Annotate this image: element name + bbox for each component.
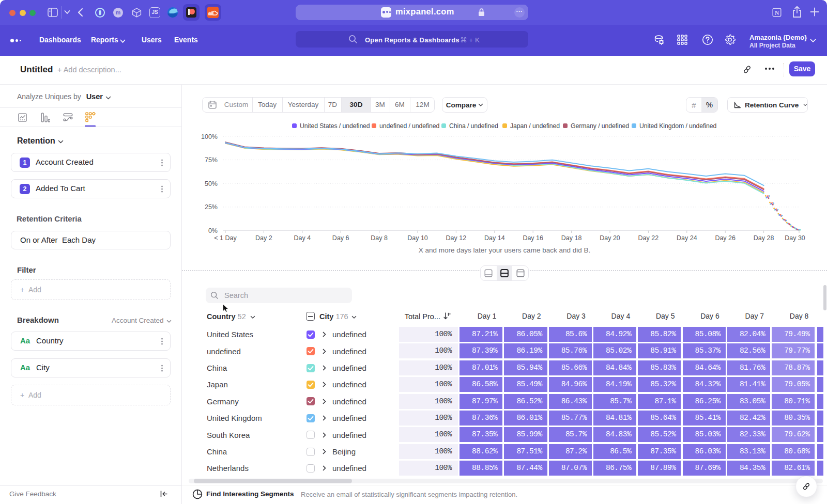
- svg-text:Day 2: Day 2: [255, 234, 272, 242]
- svg-text:Day 12: Day 12: [446, 234, 467, 242]
- svg-text:50%: 50%: [205, 180, 218, 187]
- svg-text:Day 8: Day 8: [371, 234, 388, 242]
- svg-text:Day 6: Day 6: [332, 234, 349, 242]
- svg-text:75%: 75%: [205, 156, 218, 164]
- svg-text:Day 4: Day 4: [294, 234, 311, 242]
- svg-text:Day 26: Day 26: [715, 234, 736, 242]
- svg-text:100%: 100%: [201, 133, 218, 140]
- svg-text:Day 10: Day 10: [407, 234, 428, 242]
- svg-text:Day 30: Day 30: [785, 234, 805, 242]
- svg-text:Day 16: Day 16: [523, 234, 543, 242]
- svg-text:Day 22: Day 22: [638, 234, 659, 242]
- svg-text:Day 20: Day 20: [600, 234, 620, 242]
- svg-text:Day 24: Day 24: [677, 234, 697, 242]
- svg-text:Day 18: Day 18: [561, 234, 582, 242]
- svg-text:N: N: [775, 9, 779, 17]
- svg-text:< 1 Day: < 1 Day: [214, 234, 237, 242]
- svg-text:Day 14: Day 14: [484, 234, 505, 242]
- svg-text:25%: 25%: [205, 203, 218, 211]
- svg-text:Day 28: Day 28: [754, 234, 774, 242]
- svg-text:0%: 0%: [208, 227, 218, 234]
